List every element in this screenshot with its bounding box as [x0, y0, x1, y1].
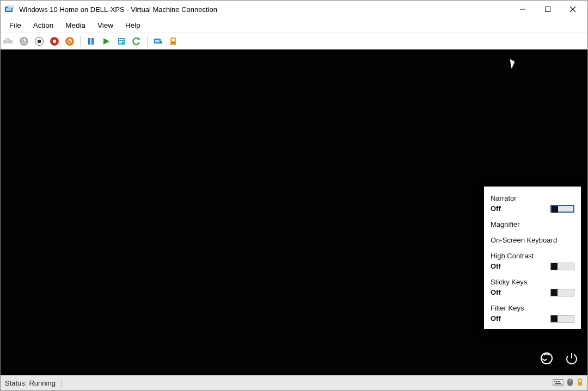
ease-of-access-panel: Narrator Off Magnifier On-Screen Keyboar… — [484, 187, 581, 329]
power-icon[interactable] — [565, 351, 579, 365]
checkpoint-button[interactable] — [115, 35, 127, 47]
svg-rect-1 — [6, 8, 11, 11]
mouse-icon — [567, 378, 573, 388]
svg-rect-10 — [88, 38, 90, 45]
filterkeys-state: Off — [491, 314, 501, 322]
stickykeys-toggle[interactable] — [550, 289, 574, 296]
osk-label[interactable]: On-Screen Keyboard — [491, 236, 574, 244]
shutdown-button[interactable] — [48, 35, 60, 47]
window-controls — [510, 1, 585, 17]
narrator-toggle[interactable] — [550, 205, 574, 213]
stickykeys-state: Off — [491, 288, 501, 296]
vm-connection-window: Windows 10 Home on DELL-XPS - Virtual Ma… — [0, 0, 588, 391]
enhanced-session-button[interactable] — [167, 35, 179, 47]
reset-button[interactable] — [64, 35, 76, 47]
svg-marker-17 — [138, 38, 140, 40]
menu-action[interactable]: Action — [28, 19, 59, 32]
vm-display[interactable]: Narrator Off Magnifier On-Screen Keyboar… — [1, 49, 587, 375]
svg-rect-23 — [171, 42, 175, 43]
svg-rect-14 — [119, 39, 124, 40]
svg-rect-4 — [546, 7, 550, 12]
status-divider — [61, 378, 62, 388]
menu-help[interactable]: Help — [120, 19, 146, 32]
svg-marker-12 — [103, 38, 109, 45]
statusbar: Status: Running — [1, 375, 587, 390]
maximize-button[interactable] — [535, 1, 560, 17]
filterkeys-label: Filter Keys — [491, 304, 574, 312]
status-label: Status: — [5, 379, 27, 387]
share-button[interactable] — [152, 35, 164, 47]
highcontrast-toggle[interactable] — [550, 263, 574, 270]
status-value: Running — [29, 379, 55, 387]
toolbar-separator — [80, 36, 81, 47]
window-title: Windows 10 Home on DELL-XPS - Virtual Ma… — [19, 5, 510, 14]
pause-button[interactable] — [85, 35, 97, 47]
menu-media[interactable]: Media — [60, 19, 91, 32]
narrator-label: Narrator — [491, 194, 574, 202]
svg-rect-11 — [91, 38, 94, 45]
svg-rect-9 — [5, 38, 10, 41]
svg-rect-2 — [8, 5, 14, 8]
filterkeys-toggle[interactable] — [550, 315, 574, 322]
stop-button[interactable] — [33, 35, 45, 47]
highcontrast-label: High Contrast — [491, 252, 574, 260]
ease-of-access-icon[interactable] — [540, 351, 554, 365]
keyboard-icon — [553, 378, 564, 388]
menu-file[interactable]: File — [4, 19, 27, 32]
start-button[interactable] — [100, 35, 112, 47]
lock-screen-controls — [540, 351, 579, 365]
svg-rect-31 — [559, 381, 560, 382]
close-button[interactable] — [560, 1, 585, 17]
highcontrast-state: Off — [491, 262, 501, 270]
revert-button[interactable] — [131, 35, 143, 47]
minimize-button[interactable] — [510, 1, 535, 17]
svg-rect-22 — [171, 39, 175, 41]
svg-rect-19 — [155, 40, 160, 42]
svg-rect-29 — [556, 381, 557, 382]
svg-rect-30 — [558, 381, 559, 382]
menu-view[interactable]: View — [92, 19, 119, 32]
svg-rect-16 — [119, 42, 122, 44]
app-icon — [5, 5, 15, 13]
svg-rect-15 — [119, 41, 124, 42]
stickykeys-label: Sticky Keys — [491, 278, 574, 286]
menubar: File Action Media View Help — [1, 18, 587, 33]
svg-rect-32 — [555, 383, 561, 384]
titlebar: Windows 10 Home on DELL-XPS - Virtual Ma… — [1, 1, 587, 18]
toolbar-separator — [147, 36, 148, 47]
lock-icon — [577, 378, 583, 388]
magnifier-label[interactable]: Magnifier — [491, 220, 574, 228]
toolbar — [1, 33, 587, 49]
narrator-state: Off — [491, 204, 501, 213]
ctrl-alt-del-button[interactable] — [3, 35, 15, 47]
svg-rect-28 — [554, 381, 555, 382]
turn-off-button[interactable] — [18, 35, 30, 47]
svg-rect-35 — [578, 382, 582, 386]
